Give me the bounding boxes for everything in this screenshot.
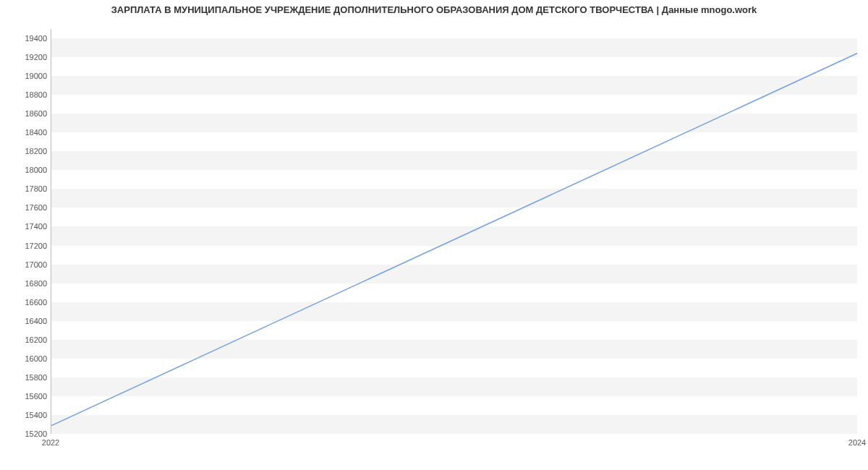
- x-tick-label: 2022: [42, 438, 59, 447]
- y-tick-label: 18400: [4, 128, 47, 137]
- y-tick-label: 18800: [4, 90, 47, 99]
- y-tick-label: 17400: [4, 222, 47, 231]
- y-tick-label: 15400: [4, 411, 47, 419]
- y-tick-label: 15600: [4, 392, 47, 401]
- y-tick-label: 17200: [4, 242, 47, 250]
- chart-container: ЗАРПЛАТА В МУНИЦИПАЛЬНОЕ УЧРЕЖДЕНИЕ ДОПО…: [0, 0, 868, 470]
- y-tick-label: 16600: [4, 298, 47, 307]
- y-tick-label: 15200: [4, 430, 47, 438]
- chart-title: ЗАРПЛАТА В МУНИЦИПАЛЬНОЕ УЧРЕЖДЕНИЕ ДОПО…: [0, 4, 868, 15]
- y-tick-label: 16200: [4, 336, 47, 344]
- y-tick-label: 19200: [4, 53, 47, 61]
- y-tick-label: 15800: [4, 373, 47, 382]
- y-tick-label: 16400: [4, 317, 47, 325]
- y-tick-label: 18000: [4, 166, 47, 174]
- plot-area: [51, 29, 857, 434]
- y-tick-label: 19400: [4, 34, 47, 43]
- y-tick-label: 18600: [4, 109, 47, 118]
- y-tick-label: 16800: [4, 279, 47, 288]
- y-tick-label: 17800: [4, 184, 47, 193]
- line-series: [51, 29, 857, 433]
- series-line: [51, 54, 857, 426]
- y-tick-label: 17600: [4, 203, 47, 212]
- y-tick-label: 16000: [4, 354, 47, 363]
- x-tick-label: 2024: [848, 438, 866, 447]
- y-tick-label: 17000: [4, 260, 47, 269]
- y-tick-label: 18200: [4, 147, 47, 155]
- y-tick-label: 19000: [4, 72, 47, 80]
